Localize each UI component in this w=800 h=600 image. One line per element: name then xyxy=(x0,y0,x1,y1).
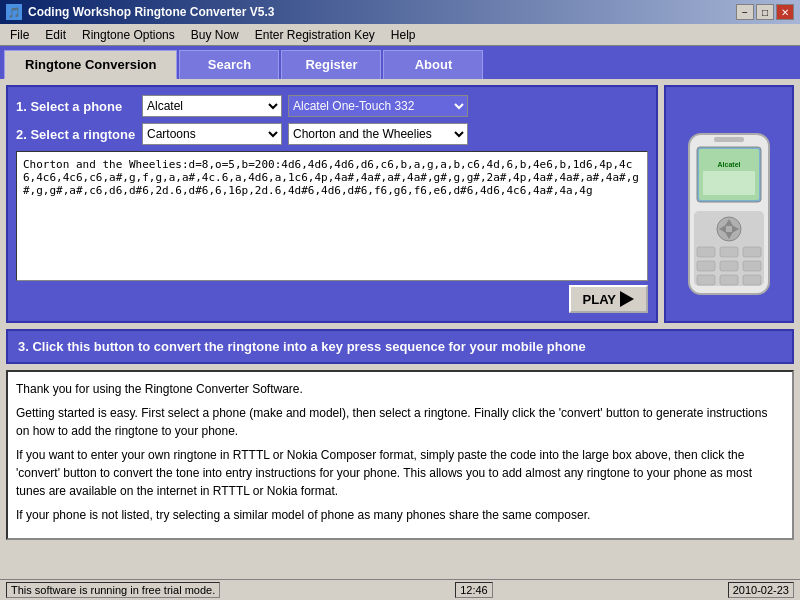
menu-ringtone-options[interactable]: Ringtone Options xyxy=(76,26,181,44)
svg-rect-11 xyxy=(697,247,715,257)
top-section: 1. Select a phone Alcatel Nokia Sony Eri… xyxy=(6,85,794,323)
svg-rect-4 xyxy=(703,171,755,195)
tab-register[interactable]: Register xyxy=(281,50,381,79)
svg-rect-17 xyxy=(697,275,715,285)
info-para-2: Getting started is easy. First select a … xyxy=(16,404,784,440)
ringtone-code-area[interactable]: Chorton and the Wheelies:d=8,o=5,b=200:4… xyxy=(16,151,648,281)
phone-model-select[interactable]: Alcatel One-Touch 332 Alcatel One-Touch … xyxy=(288,95,468,117)
play-icon xyxy=(620,291,634,307)
svg-rect-20 xyxy=(714,137,744,142)
status-date: 2010-02-23 xyxy=(728,582,794,598)
menu-buy-now[interactable]: Buy Now xyxy=(185,26,245,44)
tab-ringtone-conversion[interactable]: Ringtone Conversion xyxy=(4,50,177,79)
info-para-3: If you want to enter your own ringtone i… xyxy=(16,446,784,500)
maximize-button[interactable]: □ xyxy=(756,4,774,20)
info-para-4: If your phone is not listed, try selecti… xyxy=(16,506,784,524)
menu-edit[interactable]: Edit xyxy=(39,26,72,44)
ringtone-category-select[interactable]: Cartoons Classical Pop Rock xyxy=(142,123,282,145)
svg-text:Alcatel: Alcatel xyxy=(718,161,741,168)
select-ringtone-row: 2. Select a ringtone Cartoons Classical … xyxy=(16,123,648,145)
phone-image: Alcatel xyxy=(679,129,779,279)
main-content: 1. Select a phone Alcatel Nokia Sony Eri… xyxy=(0,79,800,546)
svg-rect-14 xyxy=(697,261,715,271)
select-phone-row: 1. Select a phone Alcatel Nokia Sony Eri… xyxy=(16,95,648,117)
play-button[interactable]: PLAY xyxy=(569,285,648,313)
svg-rect-16 xyxy=(743,261,761,271)
tab-bar: Ringtone Conversion Search Register Abou… xyxy=(0,46,800,79)
select-ringtone-label: 2. Select a ringtone xyxy=(16,127,136,142)
svg-rect-15 xyxy=(720,261,738,271)
tab-about[interactable]: About xyxy=(383,50,483,79)
menu-help[interactable]: Help xyxy=(385,26,422,44)
status-bar: This software is running in free trial m… xyxy=(0,579,800,600)
select-phone-label: 1. Select a phone xyxy=(16,99,136,114)
window-controls: − □ ✕ xyxy=(736,4,794,20)
menu-bar: File Edit Ringtone Options Buy Now Enter… xyxy=(0,24,800,46)
status-time: 12:46 xyxy=(455,582,493,598)
convert-section[interactable]: 3. Click this button to convert the ring… xyxy=(6,329,794,364)
menu-register[interactable]: Enter Registration Key xyxy=(249,26,381,44)
info-para-1: Thank you for using the Ringtone Convert… xyxy=(16,380,784,398)
app-icon: 🎵 xyxy=(6,4,22,20)
svg-rect-19 xyxy=(743,275,761,285)
svg-rect-13 xyxy=(743,247,761,257)
status-left: This software is running in free trial m… xyxy=(6,582,220,598)
title-bar: 🎵 Coding Workshop Ringtone Converter V5.… xyxy=(0,0,800,24)
play-button-row: PLAY xyxy=(16,285,648,313)
selects-area: 1. Select a phone Alcatel Nokia Sony Eri… xyxy=(6,85,658,323)
play-label: PLAY xyxy=(583,292,616,307)
tab-search[interactable]: Search xyxy=(179,50,279,79)
menu-file[interactable]: File xyxy=(4,26,35,44)
info-section: Thank you for using the Ringtone Convert… xyxy=(6,370,794,540)
svg-rect-12 xyxy=(720,247,738,257)
title-text: Coding Workshop Ringtone Converter V5.3 xyxy=(28,5,274,19)
phone-make-select[interactable]: Alcatel Nokia Sony Ericsson Samsung xyxy=(142,95,282,117)
minimize-button[interactable]: − xyxy=(736,4,754,20)
close-button[interactable]: ✕ xyxy=(776,4,794,20)
phone-image-area: Alcatel xyxy=(664,85,794,323)
svg-rect-18 xyxy=(720,275,738,285)
convert-label: 3. Click this button to convert the ring… xyxy=(18,339,586,354)
ringtone-name-select[interactable]: Chorton and the Wheelies Tom and Jerry F… xyxy=(288,123,468,145)
